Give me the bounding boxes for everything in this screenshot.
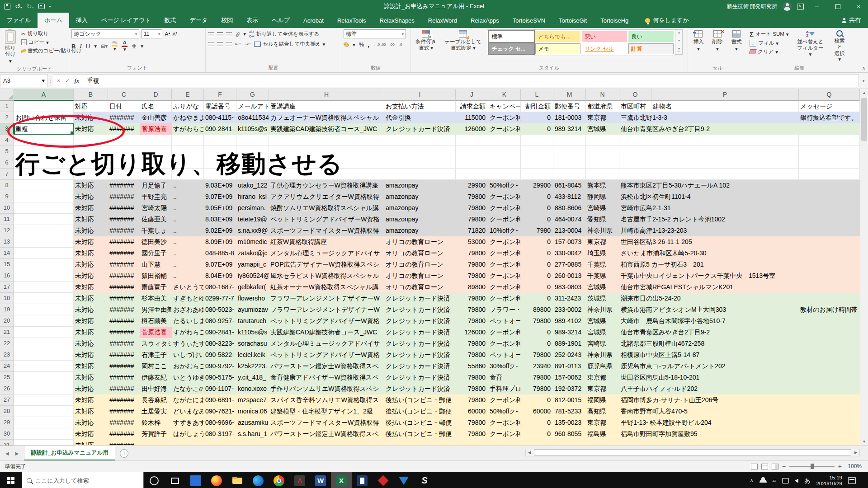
cell-I18[interactable]: クレジットカード決済 — [384, 293, 456, 304]
cell-Q21[interactable] — [799, 327, 860, 338]
cell-A22[interactable] — [14, 338, 74, 349]
row-header-5[interactable]: 5 — [0, 146, 14, 157]
column-header-P[interactable]: P — [651, 89, 799, 101]
cell-Q23[interactable] — [799, 349, 860, 361]
cell-E10[interactable]: .. — [172, 202, 204, 214]
cell-G26[interactable]: kono.xoxo — [236, 383, 269, 394]
cell-D3[interactable]: 菅原浩喜 — [140, 123, 172, 135]
zoom-slider-thumb[interactable] — [811, 464, 814, 469]
cell-O7[interactable] — [619, 169, 799, 180]
align-center-icon[interactable] — [217, 42, 223, 46]
cell-C8[interactable]: ####### — [108, 180, 140, 191]
taskbar-icon-explorer[interactable] — [227, 472, 248, 488]
taskbar-icon-red-diamond[interactable] — [373, 472, 393, 488]
cell-E23[interactable]: いしづけい — [172, 349, 204, 361]
cell-A11[interactable] — [14, 214, 74, 225]
cell-K12[interactable]: 10%offク- — [488, 225, 521, 236]
cell-M7[interactable] — [553, 169, 586, 180]
cell-B31[interactable]: 未対応 — [74, 440, 108, 446]
taskbar-icon-lightning[interactable]: S — [414, 472, 435, 488]
cell-O22[interactable]: 北諸県郡三股町樺山4672-258 — [619, 338, 799, 349]
cell-N5[interactable] — [586, 146, 619, 157]
cell-H17[interactable]: 紅茶オーナーW資格取得スペシャル講 — [269, 282, 384, 293]
delete-cells-button[interactable]: 削除▾ — [710, 29, 726, 65]
cell-M12[interactable]: 213-0004 — [553, 225, 586, 236]
cell-O17[interactable]: 仙台市宮城REGALESTシャルマンK201 — [619, 282, 799, 293]
cell-Q5[interactable] — [799, 146, 860, 157]
ribbon-tab-RelaxApps[interactable]: RelaxApps — [464, 13, 506, 28]
cell-I16[interactable]: オリコの教育ローン — [384, 270, 456, 282]
cell-I23[interactable]: クレジットカード決済 — [384, 349, 456, 361]
cell-E11[interactable]: .. — [172, 214, 204, 225]
cell-Q20[interactable] — [799, 315, 860, 327]
decrease-indent-icon[interactable]: ⇤≡ — [235, 42, 241, 47]
cell-O11[interactable]: 名古屋市千2-15-2 カレント今池1002 — [619, 214, 799, 225]
cell-H3[interactable]: 実践建築CAD建築技術者コース_JWC — [269, 123, 384, 135]
cell-J15[interactable]: 79800 — [456, 259, 488, 270]
cell-A31[interactable] — [14, 440, 74, 446]
underline-button[interactable]: U — [86, 43, 90, 50]
cell-D26[interactable]: 田中好海 — [140, 383, 172, 394]
cell-G14[interactable]: zatako@jc — [236, 248, 269, 259]
cell-style-option[interactable]: チェック セ... — [489, 43, 534, 54]
cell-I2[interactable]: 代金引換 — [384, 112, 456, 123]
row-header-30[interactable]: 30 — [0, 428, 14, 440]
cell-F8[interactable]: 9.03E+09 — [204, 180, 236, 191]
cell-H28[interactable]: 建築模型・住宅模型デザイン1、2級 — [269, 406, 384, 417]
cell-O16[interactable]: 千葉市中央ロイジェントパークス千葉中央 1513号室 — [619, 270, 799, 282]
cell-F14[interactable]: 048-885-8 — [204, 248, 236, 259]
cell-B17[interactable]: 未対応 — [74, 282, 108, 293]
cell-style-option[interactable]: どちらでも... — [535, 31, 580, 42]
column-header-H[interactable]: H — [269, 89, 384, 101]
cell-I6[interactable] — [384, 157, 456, 169]
cell-Q14[interactable] — [799, 248, 860, 259]
cell-J12[interactable]: 71820 — [456, 225, 488, 236]
cell-F1[interactable]: 電話番号 — [204, 101, 236, 112]
cell-C11[interactable]: ####### — [108, 214, 140, 225]
row-header-2[interactable]: 2 — [0, 112, 14, 123]
cell-K6[interactable] — [488, 157, 521, 169]
cell-A16[interactable] — [14, 270, 74, 282]
align-middle-icon[interactable] — [217, 32, 223, 36]
cell-C28[interactable]: ####### — [108, 406, 140, 417]
formula-input[interactable]: 重複 — [83, 74, 859, 87]
cell-I10[interactable]: amazonpay — [384, 202, 456, 214]
cell-L8[interactable]: 29900 — [521, 180, 553, 191]
cell-H14[interactable]: メンタル心理ミュージックアドバイサ — [269, 248, 384, 259]
cell-A9[interactable] — [14, 191, 74, 202]
borders-button[interactable]: ⊞▾ — [101, 43, 108, 49]
cell-A28[interactable] — [14, 406, 74, 417]
cell-E17[interactable]: さいとうて — [172, 282, 204, 293]
cell-F30[interactable]: 080-3197- — [204, 428, 236, 440]
cell-J10[interactable]: 79800 — [456, 202, 488, 214]
cell-M4[interactable] — [553, 135, 586, 146]
cell-Q28[interactable] — [799, 406, 860, 417]
cell-N11[interactable]: 愛知県 — [586, 214, 619, 225]
cell-F2[interactable]: 080-4115- — [204, 112, 236, 123]
start-button[interactable] — [0, 472, 22, 488]
cell-I21[interactable]: クレジットカード決済 — [384, 327, 456, 338]
cell-F10[interactable]: 9.05E+09 — [204, 202, 236, 214]
ribbon-tab-挿入[interactable]: 挿入 — [69, 13, 94, 28]
cell-E30[interactable]: はがしょう — [172, 428, 204, 440]
ribbon-tab-ファイル[interactable]: ファイル — [0, 13, 38, 28]
row-header-13[interactable]: 13 — [0, 236, 14, 248]
undo-icon[interactable]: ↺▾ — [15, 3, 22, 9]
cell-A30[interactable] — [14, 428, 74, 440]
column-header-G[interactable]: G — [236, 89, 269, 101]
cell-K7[interactable] — [488, 169, 521, 180]
cell-L21[interactable]: 0 — [521, 327, 553, 338]
cell-I12[interactable]: amazonpay — [384, 225, 456, 236]
cell-C23[interactable]: ####### — [108, 349, 140, 361]
cell-N24[interactable]: 鹿児島県 — [586, 361, 619, 372]
cell-B12[interactable]: 未対応 — [74, 225, 108, 236]
cell-D2[interactable]: 金山善彦 — [140, 112, 172, 123]
cell-Q16[interactable] — [799, 270, 860, 282]
cell-D25[interactable]: 伊藤友紀 — [140, 372, 172, 383]
name-box[interactable]: A3▾ — [0, 74, 48, 87]
customize-qat-icon[interactable]: ▾ — [49, 5, 51, 9]
row-header-6[interactable]: 6 — [0, 157, 14, 169]
bold-button[interactable]: B — [71, 43, 75, 50]
cell-Q27[interactable] — [799, 394, 860, 406]
taskbar-search-input[interactable]: ここに入力して検索 — [22, 472, 144, 488]
